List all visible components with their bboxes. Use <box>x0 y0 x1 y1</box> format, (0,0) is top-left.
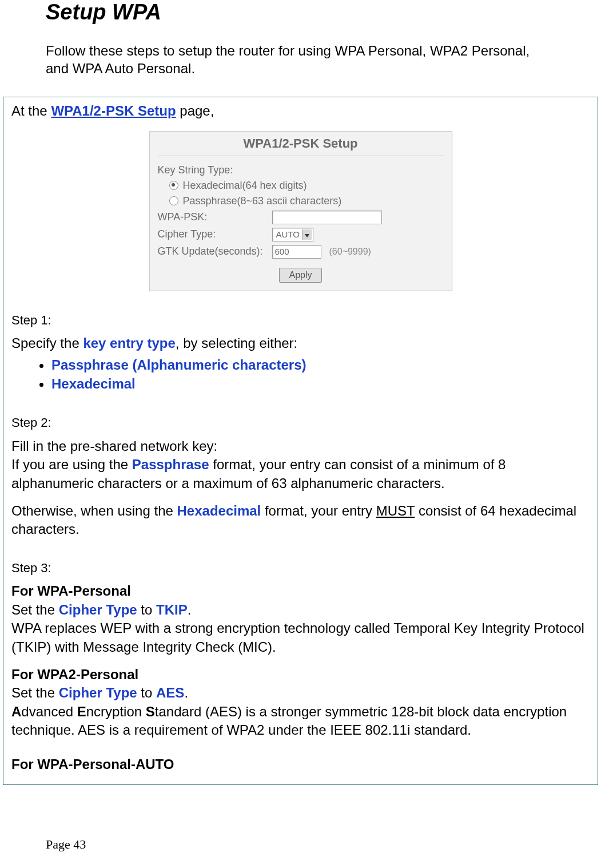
wpa-personal-desc: WPA replaces WEP with a strong encryptio… <box>11 619 590 656</box>
wpa-psk-label: WPA-PSK: <box>158 211 272 223</box>
radio-pass-label: Passphrase(8~63 ascii characters) <box>183 195 342 207</box>
step1-line: Specify the key entry type, by selecting… <box>11 334 590 352</box>
step1-options: Passphrase (Alphanumeric characters) Hex… <box>11 355 590 394</box>
list-item: Hexadecimal <box>51 374 590 394</box>
radio-icon <box>169 181 178 190</box>
shot-title: WPA1/2-PSK Setup <box>158 136 444 156</box>
key-string-type-label: Key String Type: <box>158 164 444 176</box>
wpa2-personal-set: Set the Cipher Type to AES. <box>11 684 590 702</box>
lead-line: At the WPA1/2-PSK Setup page, <box>11 102 590 120</box>
step2-l3-key: Hexadecimal <box>177 503 261 518</box>
wpa-personal-auto-heading: For WPA-Personal-AUTO <box>11 755 590 774</box>
t: to <box>137 685 156 700</box>
t: to <box>137 602 156 617</box>
option-passphrase: Passphrase (Alphanumeric characters) <box>51 357 307 372</box>
step3-label: Step 3: <box>11 560 590 577</box>
step2-l2-pre: If you are using the <box>11 457 132 472</box>
gtk-hint: (60~9999) <box>329 247 371 257</box>
step2-line1: Fill in the pre-shared network key: <box>11 437 590 455</box>
t: dvanced <box>21 704 77 719</box>
radio-hex-label: Hexadecimal(64 hex digits) <box>183 180 307 192</box>
t: . <box>188 602 192 617</box>
t: . <box>184 685 188 700</box>
wpa2-personal-heading: For WPA2-Personal <box>11 665 590 684</box>
intro-paragraph: Follow these steps to setup the router f… <box>0 42 601 83</box>
gtk-input[interactable]: 600 <box>272 245 321 259</box>
wpa-psk-input[interactable] <box>272 211 382 224</box>
t: Set the <box>11 602 59 617</box>
t: TKIP <box>156 602 188 617</box>
option-hexadecimal: Hexadecimal <box>51 376 136 391</box>
step1-pre: Specify the <box>11 335 83 351</box>
chevron-down-icon <box>302 229 312 240</box>
step2-l3-mid: format, your entry <box>261 503 376 518</box>
step2-line2: If you are using the Passphrase format, … <box>11 455 590 493</box>
t: Set the <box>11 685 59 700</box>
step1-post: , by selecting either: <box>176 335 297 351</box>
gtk-label: GTK Update(seconds): <box>158 245 272 257</box>
list-item: Passphrase (Alphanumeric characters) <box>51 355 590 375</box>
t: ncryption <box>86 704 146 719</box>
step2-label: Step 2: <box>11 414 590 431</box>
t: E <box>77 704 86 719</box>
t: A <box>11 704 21 719</box>
step2-l3-must: MUST <box>376 503 415 518</box>
t: Cipher Type <box>59 602 137 617</box>
t: S <box>146 704 155 719</box>
step2-l2-key: Passphrase <box>132 457 209 472</box>
radio-icon <box>169 196 178 205</box>
wpa-personal-heading: For WPA-Personal <box>11 582 590 600</box>
instruction-box: At the WPA1/2-PSK Setup page, WPA1/2-PSK… <box>3 97 598 785</box>
cipher-type-value: AUTO <box>276 229 300 239</box>
radio-hex-row[interactable]: Hexadecimal(64 hex digits) <box>158 180 444 192</box>
setup-screenshot: WPA1/2-PSK Setup Key String Type: Hexade… <box>149 131 452 291</box>
radio-pass-row[interactable]: Passphrase(8~63 ascii characters) <box>158 195 444 207</box>
t: Cipher Type <box>59 685 137 700</box>
wpa-personal-set: Set the Cipher Type to TKIP. <box>11 601 590 619</box>
step2-l3-pre: Otherwise, when using the <box>11 503 177 518</box>
step1-key: key entry type <box>83 335 175 351</box>
lead-link: WPA1/2-PSK Setup <box>51 103 176 118</box>
wpa2-personal-desc: Advanced Encryption Standard (AES) is a … <box>11 703 590 740</box>
apply-button[interactable]: Apply <box>279 268 321 283</box>
t: AES <box>156 685 184 700</box>
step2-line3: Otherwise, when using the Hexadecimal fo… <box>11 502 590 539</box>
page-heading: Setup WPA <box>0 0 601 25</box>
lead-post: page, <box>176 103 214 118</box>
page-number: Page 43 <box>46 837 86 852</box>
lead-pre: At the <box>11 103 51 118</box>
cipher-type-select[interactable]: AUTO <box>272 228 313 241</box>
step1-label: Step 1: <box>11 312 590 329</box>
cipher-type-label: Cipher Type: <box>158 228 272 240</box>
